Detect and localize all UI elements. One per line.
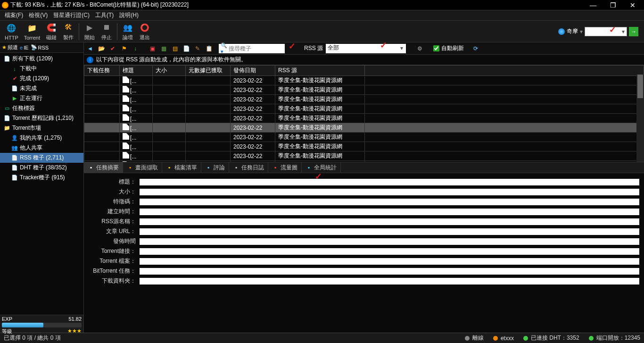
info-row: i 以下內容從 RSS 源自動生成，此內容的來源與本軟件無關。: [84, 55, 644, 65]
table-row[interactable]: [...2023-02-22季度全集-動漫花園資源網: [84, 151, 644, 161]
search-icon: 🔍▾: [221, 42, 229, 55]
exp-value: 51.82: [68, 316, 82, 322]
sidebar-tab-IE[interactable]: eIE: [20, 45, 29, 50]
nav-back-icon[interactable]: ◄: [86, 44, 94, 53]
tree-item[interactable]: 👤我的共享 (1,275): [0, 133, 83, 143]
tree-view: 📄所有下載 (1209)↓下載中✔完成 (1209)📄未完成▶正在運行▭任務標簽…: [0, 53, 83, 315]
detail-row: 文章 URL：: [89, 227, 639, 235]
detail-row: BitTorrent 任務：: [89, 267, 639, 275]
detail-row: 下載資料夾：: [89, 277, 639, 285]
doc-icon[interactable]: 📄: [182, 44, 190, 53]
tree-item[interactable]: 📄DHT 種子 (38/352): [0, 163, 83, 173]
annotation-check-1: ✓: [289, 41, 296, 51]
tree-item[interactable]: ▶正在運行: [0, 93, 83, 103]
tree-item[interactable]: ↓下載中: [0, 64, 83, 74]
table-row[interactable]: [...2023-02-22季度全集-動漫花園資源網: [84, 123, 644, 133]
go-button[interactable]: →: [629, 27, 638, 36]
status-user: etxxx: [501, 335, 514, 342]
toolbar-停止[interactable]: ⏹停止: [98, 21, 115, 42]
flag-icon[interactable]: ⚑: [120, 44, 128, 53]
bottom-tab-流量圖[interactable]: ▪流量圖: [268, 162, 302, 173]
toolbar-HTTP[interactable]: 🌐HTTP: [2, 22, 21, 42]
bottom-tab-畫面擷取[interactable]: ▪畫面擷取: [123, 162, 162, 173]
menu-item[interactable]: 彗星通行證(C): [50, 11, 92, 19]
sidebar-tab-頻道[interactable]: ★頻道: [2, 44, 18, 51]
table-row[interactable]: [...2023-02-22季度全集-動漫花園資源網: [84, 95, 644, 104]
menu-item[interactable]: 檢視(V): [26, 11, 50, 19]
menubar: 檔案(F)檢視(V)彗星通行證(C)工具(T)說明(H): [0, 10, 644, 21]
column-header[interactable]: RSS 源: [275, 66, 365, 76]
search-input[interactable]: [229, 45, 283, 52]
status-selection: 已選擇 0 項 / 總共 0 項: [4, 334, 61, 342]
minimize-button[interactable]: —: [584, 0, 603, 10]
tree-item[interactable]: 📁Torrent市場: [0, 123, 83, 133]
column-header[interactable]: 元數據已獲取: [186, 66, 231, 76]
column-header[interactable]: 大小: [153, 66, 186, 76]
column-header[interactable]: 標題: [120, 66, 153, 76]
tree-item[interactable]: 👥他人共享: [0, 143, 83, 153]
globe-icon: [558, 28, 565, 35]
tree-item[interactable]: ▭任務標簽: [0, 103, 83, 113]
bottom-tab-評論[interactable]: ▪評論: [201, 162, 229, 173]
detail-row: RSS源名稱：: [89, 218, 639, 226]
table-row[interactable]: [...2023-02-22季度全集-動漫花園資源網: [84, 114, 644, 123]
auto-refresh-checkbox[interactable]: 自動刷新: [433, 44, 464, 52]
rss-source-combo[interactable]: 全部 ✓: [326, 44, 406, 53]
statusbar: 已選擇 0 項 / 總共 0 項 離線 etxxx 已連接 DHT：3352 端…: [0, 333, 644, 343]
toolbar-Torrent[interactable]: 📁Torrent: [21, 22, 43, 42]
bottom-tab-檔案清單[interactable]: ▪檔案清單: [162, 162, 201, 173]
list-icon[interactable]: ▤: [171, 44, 179, 53]
search-engine-combo[interactable]: ✓: [585, 27, 627, 36]
search-box[interactable]: 🔍▾: [219, 44, 285, 53]
rss-table: 下載任務標題大小元數據已獲取發佈日期RSS 源[...2023-02-22季度全…: [84, 65, 644, 162]
content-area: ◄ 📂 ✔ ⚑ ↓ ▣ ▦ ▤ 📄 ✎ 📋 🔍▾ ✓ RSS 源 全部 ✓ ⚙: [84, 42, 644, 333]
sidebar-tab-RSS[interactable]: 📡RSS: [31, 44, 49, 50]
open-folder-icon[interactable]: 📂: [97, 44, 106, 53]
copy-icon[interactable]: 📋: [205, 44, 213, 53]
tree-item[interactable]: 📄RSS 種子 (2,711): [0, 153, 83, 163]
close-button[interactable]: ✕: [623, 0, 642, 10]
toolbar-製作[interactable]: 🛠製作: [60, 21, 77, 42]
refresh-icon[interactable]: ⟳: [471, 44, 480, 53]
tree-item[interactable]: ✔完成 (1209): [0, 74, 83, 84]
toolbar-開始[interactable]: ▶開始: [81, 21, 98, 42]
tree-item[interactable]: 📄Tracker種子 (915): [0, 173, 83, 183]
sidebar: ★頻道eIE📡RSS 📄所有下載 (1209)↓下載中✔完成 (1209)📄未完…: [0, 42, 84, 333]
tree-item[interactable]: 📄所有下載 (1209): [0, 54, 83, 64]
maximize-button[interactable]: ❐: [603, 0, 622, 10]
toolbar-退出[interactable]: ⭕退出: [136, 21, 153, 42]
menu-item[interactable]: 工具(T): [92, 11, 116, 19]
tree-item[interactable]: 📄Torrent 歷程記錄 (1,210): [0, 113, 83, 123]
status-offline-dot: [465, 336, 470, 341]
titlebar: 下載: 93 KB/s，上載: 27 KB/s - BitComet(比特彗星)…: [0, 0, 644, 10]
vertical-scrollbar[interactable]: [636, 75, 644, 162]
info-text: 以下內容從 RSS 源自動生成，此內容的來源與本軟件無關。: [96, 56, 247, 64]
table-row[interactable]: [...2023-02-22季度全集-動漫花園資源網: [84, 76, 644, 85]
picture-icon[interactable]: ▦: [159, 44, 168, 53]
down-arrow-icon[interactable]: ↓: [131, 44, 140, 53]
bottom-tab-任務日誌[interactable]: ▪任務日誌: [229, 162, 268, 173]
table-row[interactable]: [...2023-02-22季度全集-動漫花園資源網: [84, 85, 644, 95]
detail-row: 特徵碼：: [89, 198, 639, 206]
bottom-tab-全局統計[interactable]: ▪全局統計: [302, 162, 341, 173]
bottom-tab-任務摘要[interactable]: ▪任務摘要: [84, 162, 123, 173]
toolbar-論壇[interactable]: 👥論壇: [119, 21, 136, 42]
stop-icon[interactable]: ▣: [148, 44, 157, 53]
menu-item[interactable]: 檔案(F): [2, 11, 26, 19]
menu-item[interactable]: 說明(H): [116, 11, 141, 19]
detail-row: Torrent鏈接：: [89, 247, 639, 255]
gear-icon[interactable]: ⚙: [415, 44, 424, 53]
table-row[interactable]: [...2023-02-22季度全集-動漫花園資源網: [84, 133, 644, 142]
table-row[interactable]: [...2023-02-22季度全集-動漫花園資源網: [84, 161, 644, 162]
main-toolbar: 🌐HTTP📁Torrent🧲磁鏈🛠製作▶開始⏹停止👥論壇⭕退出 奇摩 ▾ ✓ →: [0, 21, 644, 42]
check-icon[interactable]: ✔: [108, 44, 117, 53]
info-icon: i: [87, 57, 93, 63]
edit-icon[interactable]: ✎: [193, 44, 202, 53]
column-header[interactable]: 發佈日期: [231, 66, 275, 76]
table-row[interactable]: [...2023-02-22季度全集-動漫花園資源網: [84, 104, 644, 114]
table-row[interactable]: [...2023-02-22季度全集-動漫花園資源網: [84, 142, 644, 151]
toolbar-磁鏈[interactable]: 🧲磁鏈: [43, 21, 60, 42]
tree-item[interactable]: 📄未完成: [0, 84, 83, 93]
column-header[interactable]: 下載任務: [84, 66, 120, 76]
status-user-dot: [493, 336, 498, 341]
